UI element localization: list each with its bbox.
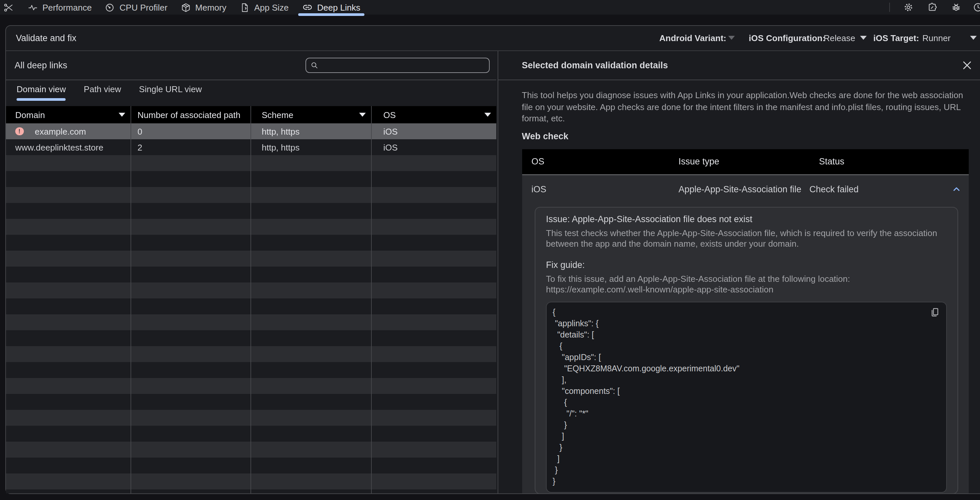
search-input[interactable] [321, 58, 489, 72]
cell-text: example.com [35, 126, 86, 136]
empty-cell [6, 473, 131, 489]
domain-cell: www.deeplinktest.store [6, 139, 131, 155]
error-icon: ! [15, 127, 24, 136]
ios-target-dropdown-arrow[interactable] [970, 26, 977, 50]
web-check-row-ios[interactable]: iOS Apple-App-Site-Association file Chec… [522, 175, 969, 204]
all-deep-links-title: All deep links [14, 60, 67, 70]
help-button-partial[interactable] [968, 0, 980, 14]
empty-cell [371, 171, 496, 187]
empty-cell [6, 394, 131, 410]
gear-icon [903, 2, 914, 13]
empty-cell [131, 410, 251, 426]
tab-cpu-profiler[interactable]: CPU Profiler [99, 0, 174, 14]
android-variant-control: Android Variant: [659, 26, 726, 50]
empty-cell [6, 283, 131, 299]
table-row-www.deeplinktest.store[interactable]: www.deeplinktest.store2http, httpsiOS [6, 139, 496, 155]
count-cell: 2 [131, 139, 251, 155]
empty-table-row [6, 219, 496, 235]
fix-guide-description: To fix this issue, add an Apple-App-Site… [546, 273, 947, 295]
empty-cell [251, 410, 371, 426]
close-icon[interactable] [961, 59, 974, 72]
empty-cell [371, 458, 496, 473]
empty-cell [131, 314, 251, 330]
column-header-os[interactable]: OS [371, 106, 496, 123]
empty-cell [6, 362, 131, 378]
empty-cell [131, 362, 251, 378]
empty-cell [6, 314, 131, 330]
column-header-scheme[interactable]: Scheme [251, 106, 371, 123]
card-header: Validate and fix Android Variant: iOS Co… [6, 26, 980, 51]
file-icon [240, 2, 250, 12]
extensions-button[interactable] [920, 0, 944, 14]
empty-cell [371, 394, 496, 410]
empty-cell [6, 378, 131, 394]
empty-cell [251, 458, 371, 473]
all-deep-links-header: All deep links [6, 51, 496, 80]
empty-table-row [6, 394, 496, 410]
column-status: Status [810, 157, 969, 167]
empty-cell [131, 378, 251, 394]
aasa-code: { "applinks": { "details": [ { "appIDs":… [553, 307, 926, 487]
cell-text: iOS [383, 126, 398, 136]
tab-memory[interactable]: Memory [174, 0, 233, 14]
web-check-table-header: OS Issue type Status [522, 149, 969, 175]
scheme-cell: http, https [251, 139, 371, 155]
domains-table: DomainNumber of associated pathSchemeOS!… [6, 106, 496, 494]
collapse-row-button[interactable] [948, 175, 965, 204]
column-header-number-of-associated-path[interactable]: Number of associated path [131, 106, 251, 123]
tab-domain-view[interactable]: Domain view [17, 80, 66, 98]
copy-icon[interactable] [930, 307, 940, 317]
validate-and-fix-card: Validate and fix Android Variant: iOS Co… [5, 25, 980, 494]
empty-cell [251, 362, 371, 378]
cell-text: iOS [383, 142, 398, 152]
os-value: iOS [522, 184, 669, 194]
empty-table-row [6, 203, 496, 219]
cell-text: http, https [262, 126, 299, 136]
empty-cell [131, 283, 251, 299]
column-header-domain[interactable]: Domain [6, 106, 131, 123]
empty-cell [371, 362, 496, 378]
domain-cell: !example.com [6, 123, 131, 139]
empty-table-row [6, 489, 496, 494]
tab-single-url-view[interactable]: Single URL view [139, 80, 202, 98]
ios-target-value: Runner [922, 33, 950, 43]
empty-cell [131, 442, 251, 458]
ios-target-dropdown[interactable]: Runner [922, 26, 950, 50]
bug-report-button[interactable] [944, 0, 968, 14]
empty-cell [6, 155, 131, 171]
settings-button[interactable] [897, 0, 920, 14]
empty-cell [371, 426, 496, 442]
fix-guide-title: Fix guide: [546, 260, 947, 270]
empty-cell [6, 219, 131, 235]
empty-cell [6, 346, 131, 362]
cell-text: www.deeplinktest.store [15, 142, 103, 152]
validation-details-title: Selected domain validation details [522, 60, 668, 70]
tab-deep-links[interactable]: Deep Links [295, 0, 367, 14]
empty-cell [131, 330, 251, 346]
empty-cell [6, 299, 131, 314]
count-cell: 0 [131, 123, 251, 139]
tab-path-view[interactable]: Path view [84, 80, 121, 98]
empty-cell [6, 251, 131, 267]
tab-performance[interactable]: Performance [21, 0, 99, 14]
empty-cell [251, 171, 371, 187]
android-variant-dropdown[interactable] [728, 26, 735, 50]
os-cell: iOS [371, 123, 496, 139]
tab-app-size[interactable]: App Size [233, 0, 295, 14]
empty-cell [6, 171, 131, 187]
table-row-example.com[interactable]: !example.com0http, httpsiOS [6, 123, 496, 139]
ios-configuration-label: iOS Configuration: [749, 33, 825, 43]
ios-configuration-dropdown[interactable]: Release [824, 26, 866, 50]
empty-table-row [6, 235, 496, 251]
empty-table-row [6, 187, 496, 203]
package-icon [181, 2, 191, 12]
empty-cell [251, 330, 371, 346]
validation-details-pane: Selected domain validation details This … [497, 51, 980, 494]
search-box[interactable] [305, 58, 490, 73]
empty-cell [131, 187, 251, 203]
empty-cell [131, 426, 251, 442]
web-check-section-title: Web check [522, 131, 969, 141]
column-label: Scheme [262, 110, 293, 120]
empty-cell [251, 187, 371, 203]
empty-cell [131, 394, 251, 410]
